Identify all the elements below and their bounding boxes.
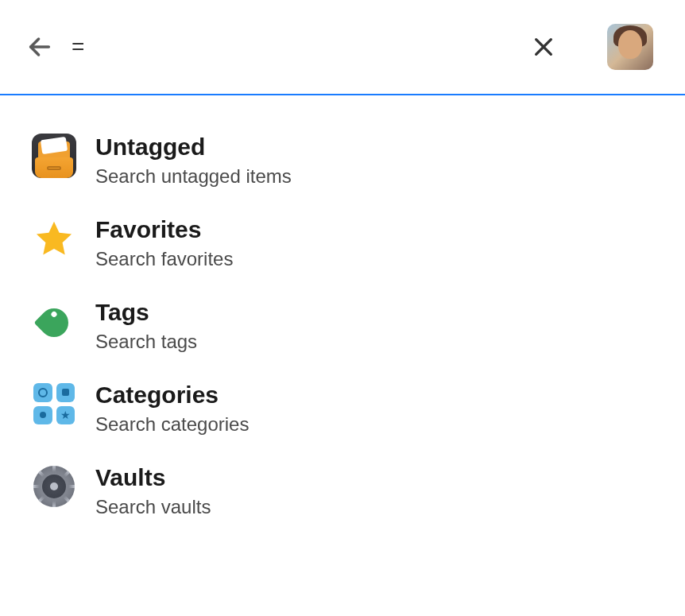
close-icon — [531, 34, 556, 60]
result-title: Categories — [95, 382, 249, 409]
result-title: Vaults — [95, 464, 211, 491]
search-input[interactable] — [56, 28, 528, 66]
star-icon — [32, 216, 76, 261]
result-subtitle: Search categories — [95, 413, 249, 436]
result-title: Untagged — [95, 134, 292, 161]
result-title: Favorites — [95, 216, 233, 243]
result-subtitle: Search favorites — [95, 248, 233, 270]
result-title: Tags — [95, 299, 197, 326]
search-header — [0, 0, 685, 95]
result-favorites[interactable]: Favorites Search favorites — [32, 202, 653, 285]
avatar[interactable] — [607, 24, 653, 70]
result-subtitle: Search untagged items — [95, 165, 292, 188]
result-vaults[interactable]: Vaults Search vaults — [32, 450, 653, 533]
result-subtitle: Search tags — [95, 331, 197, 353]
search-results: Untagged Search untagged items Favorites… — [0, 95, 685, 556]
tag-icon — [32, 299, 76, 343]
result-categories[interactable]: Categories Search categories — [32, 367, 653, 450]
categories-icon — [32, 382, 76, 426]
clear-button[interactable] — [528, 31, 559, 63]
drawer-icon — [32, 134, 76, 178]
result-tags[interactable]: Tags Search tags — [32, 285, 653, 367]
result-subtitle: Search vaults — [95, 496, 211, 518]
arrow-left-icon — [26, 33, 53, 60]
vault-icon — [32, 464, 76, 509]
result-untagged[interactable]: Untagged Search untagged items — [32, 119, 653, 202]
back-button[interactable] — [24, 31, 56, 63]
